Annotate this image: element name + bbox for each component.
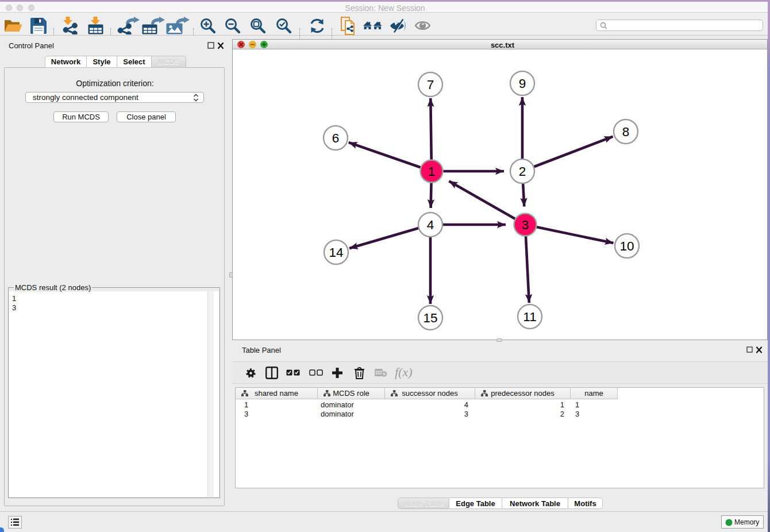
svg-text:4: 4 xyxy=(427,218,434,232)
svg-text:6: 6 xyxy=(332,131,340,145)
svg-text:3: 3 xyxy=(522,218,529,232)
svg-text:14: 14 xyxy=(329,245,343,260)
svg-text:2: 2 xyxy=(519,164,526,179)
svg-text:7: 7 xyxy=(427,78,434,92)
svg-text:10: 10 xyxy=(619,239,634,253)
svg-text:11: 11 xyxy=(523,310,536,324)
svg-text:1: 1 xyxy=(428,164,436,179)
svg-text:9: 9 xyxy=(519,76,526,91)
svg-text:8: 8 xyxy=(622,125,630,139)
svg-text:15: 15 xyxy=(423,311,437,325)
